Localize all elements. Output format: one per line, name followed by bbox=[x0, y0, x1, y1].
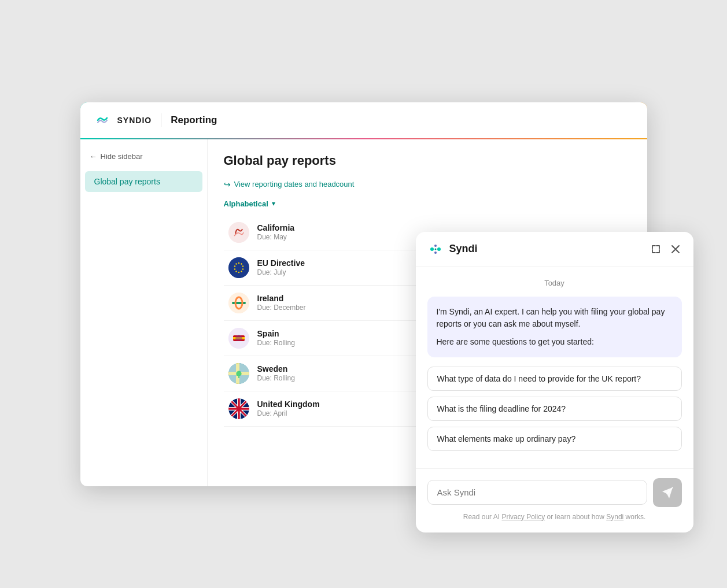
syndi-link[interactable]: Syndi bbox=[606, 513, 623, 521]
header: SYNDIO Reporting bbox=[80, 102, 647, 139]
syndi-header: Syndi bbox=[416, 232, 693, 267]
syndi-title-area: Syndi bbox=[427, 241, 478, 257]
hide-sidebar-button[interactable]: ← Hide sidebar bbox=[80, 149, 152, 164]
syndi-panel: Syndi bbox=[416, 232, 693, 532]
logo-text: SYNDIO bbox=[117, 116, 152, 125]
sort-row: Alphabetical ▾ bbox=[224, 199, 631, 208]
send-button[interactable] bbox=[653, 478, 682, 507]
svg-point-3 bbox=[238, 262, 239, 263]
sidebar-item-global-pay-reports[interactable]: Global pay reports bbox=[85, 171, 202, 192]
sort-chevron-icon[interactable]: ▾ bbox=[272, 199, 275, 208]
expand-button[interactable] bbox=[649, 243, 662, 256]
syndi-intro-bubble: I'm Syndi, an AI expert. I can help you … bbox=[427, 297, 682, 357]
flag-eu bbox=[228, 257, 249, 278]
flag-uk bbox=[228, 398, 249, 419]
hide-sidebar-label: Hide sidebar bbox=[101, 152, 143, 161]
svg-point-10 bbox=[234, 268, 235, 269]
intro-message-2: Here are some questions to get you start… bbox=[437, 336, 673, 348]
svg-point-37 bbox=[434, 252, 437, 254]
svg-point-36 bbox=[437, 247, 441, 251]
logo-area: SYNDIO Reporting bbox=[94, 112, 217, 128]
send-icon bbox=[661, 486, 674, 499]
privacy-policy-link[interactable]: Privacy Policy bbox=[501, 513, 545, 521]
svg-point-6 bbox=[242, 268, 243, 269]
suggestion-1-button[interactable]: What type of data do I need to provide f… bbox=[427, 367, 682, 391]
svg-point-4 bbox=[241, 263, 242, 264]
syndi-chat-area: Today I'm Syndi, an AI expert. I can hel… bbox=[416, 267, 693, 468]
footer-text-middle: or learn about how bbox=[545, 513, 606, 521]
intro-message-1: I'm Syndi, an AI expert. I can help you … bbox=[437, 306, 673, 330]
flag-ireland bbox=[228, 293, 249, 313]
svg-point-12 bbox=[235, 263, 237, 264]
svg-rect-0 bbox=[94, 112, 110, 128]
logo-divider bbox=[161, 113, 161, 127]
close-button[interactable] bbox=[669, 243, 682, 256]
svg-point-34 bbox=[430, 247, 434, 251]
expand-icon bbox=[651, 244, 661, 254]
syndi-name: Syndi bbox=[449, 243, 478, 255]
syndio-logo-icon bbox=[94, 112, 110, 128]
svg-point-9 bbox=[235, 271, 237, 272]
suggestion-2-button[interactable]: What is the filing deadline for 2024? bbox=[427, 397, 682, 421]
main-layout: ← Hide sidebar Global pay reports Global… bbox=[80, 139, 647, 486]
flag-spain bbox=[228, 328, 249, 349]
svg-point-11 bbox=[234, 265, 235, 267]
syndi-logo-icon bbox=[427, 241, 444, 257]
header-title: Reporting bbox=[171, 114, 217, 126]
svg-point-7 bbox=[241, 271, 242, 272]
chat-date-label: Today bbox=[427, 279, 682, 287]
svg-point-38 bbox=[434, 248, 436, 250]
sort-label[interactable]: Alphabetical bbox=[224, 199, 268, 208]
app-window: SYNDIO Reporting ← Hide sidebar Global p… bbox=[80, 102, 647, 486]
country-name: California bbox=[257, 223, 626, 232]
suggestion-3-button[interactable]: What elements make up ordinary pay? bbox=[427, 427, 682, 451]
svg-point-35 bbox=[434, 245, 437, 247]
redirect-icon: ↪ bbox=[224, 180, 231, 189]
view-dates-link[interactable]: ↪ View reporting dates and headcount bbox=[224, 180, 631, 189]
flag-california bbox=[228, 222, 249, 243]
footer-text-end: works. bbox=[623, 513, 645, 521]
svg-point-8 bbox=[238, 271, 239, 272]
main-content: Global pay reports ↪ View reporting date… bbox=[208, 139, 647, 486]
view-dates-label: View reporting dates and headcount bbox=[234, 180, 355, 188]
syndi-input-area: Read our AI Privacy Policy or learn abou… bbox=[416, 468, 693, 532]
input-row bbox=[427, 478, 682, 507]
sidebar: ← Hide sidebar Global pay reports bbox=[80, 139, 208, 486]
svg-point-2 bbox=[228, 257, 249, 278]
syndi-header-actions bbox=[649, 243, 682, 256]
arrow-left-icon: ← bbox=[90, 152, 97, 161]
footer-text-prefix: Read our AI bbox=[463, 513, 502, 521]
ask-syndi-input[interactable] bbox=[427, 480, 647, 505]
page-title: Global pay reports bbox=[224, 153, 631, 168]
svg-point-5 bbox=[242, 265, 243, 267]
flag-sweden bbox=[228, 363, 249, 384]
footer-text: Read our AI Privacy Policy or learn abou… bbox=[427, 513, 682, 528]
close-icon bbox=[670, 244, 681, 254]
